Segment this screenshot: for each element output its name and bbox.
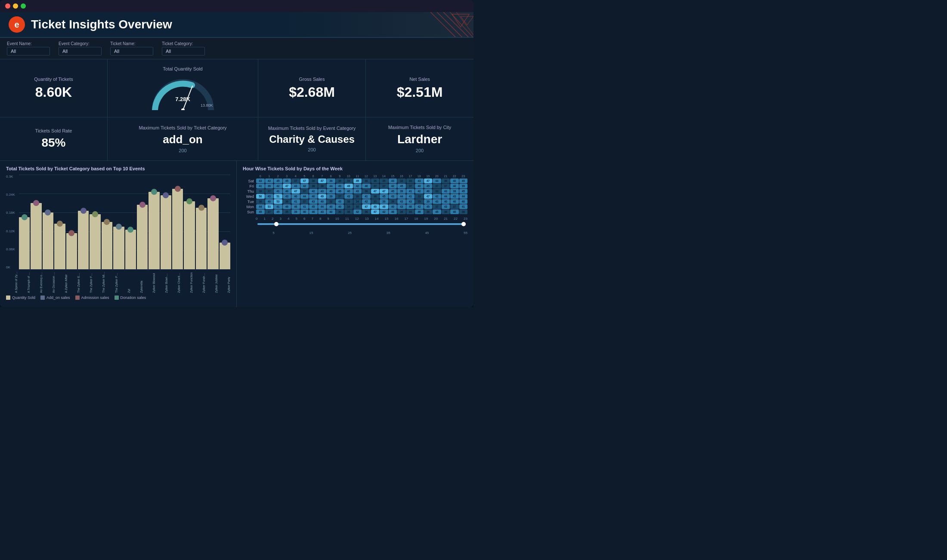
hour-label: 10	[335, 217, 339, 221]
heatmap-cell: 39	[327, 178, 335, 183]
max-event-cat-sub: 200	[308, 147, 316, 152]
heatmap-cell: 40	[424, 189, 433, 194]
heatmap-hour-header: 23	[459, 175, 468, 178]
heatmap-cell: 43	[389, 194, 397, 199]
bar-label: Zylker Party	[219, 271, 230, 293]
heatmap-cell: 37	[406, 184, 415, 188]
quantity-value: 8.60K	[35, 84, 72, 100]
net-sales-label: Net Sales	[409, 77, 430, 82]
heatmap-cell: 45	[397, 184, 406, 188]
bar-group	[137, 175, 148, 269]
heatmap-cell: 36	[371, 178, 380, 183]
heatmap-cell: 47	[371, 189, 380, 194]
bar-group	[102, 175, 112, 269]
heatmap-cell: 47	[362, 204, 371, 209]
bar-group	[66, 175, 77, 269]
maximize-button[interactable]	[21, 3, 26, 9]
heatmap-panel: Hour Wise Tickets Sold by Days of the We…	[237, 161, 474, 307]
event-category-select[interactable]: All	[59, 47, 102, 55]
ticket-name-select[interactable]: All	[110, 47, 153, 55]
heatmap-cell: 38	[353, 194, 362, 199]
heatmap-cell: 37	[433, 204, 441, 209]
hour-label: 12	[355, 217, 359, 221]
heatmap-cell: 43	[397, 204, 406, 209]
heatmap-day-label: Mon	[243, 204, 256, 209]
bar-group	[184, 175, 195, 269]
heatmap-cell: 43	[344, 194, 353, 199]
heatmap-cell: 43	[291, 184, 300, 188]
heatmap-cell: 42	[309, 189, 318, 194]
heatmap-cell: 40	[344, 189, 353, 194]
heatmap-hour-header: 12	[362, 175, 371, 178]
heatmap-hour-header: 3	[283, 175, 291, 178]
hour-label: 2	[272, 217, 273, 221]
ticket-category-select[interactable]: All	[162, 47, 205, 55]
net-sales-value: $2.51M	[397, 84, 443, 100]
heatmap-cell: 41	[274, 204, 282, 209]
heatmap-cell: 43	[415, 178, 424, 183]
heatmap-cell: 45	[459, 189, 468, 194]
page-title: Ticket Insights Overview	[31, 18, 172, 31]
close-button[interactable]	[5, 3, 10, 9]
heatmap-cell: 53	[274, 199, 282, 204]
bar-label: Zykerella	[131, 271, 143, 293]
hour-label: 1	[263, 217, 265, 221]
minimize-button[interactable]	[13, 3, 18, 9]
slider-container[interactable]	[257, 223, 466, 230]
heatmap-cell: 44	[256, 204, 265, 209]
bar-group	[207, 175, 218, 269]
ticket-name-label: Ticket Name:	[110, 41, 153, 46]
heatmap-cell: 42	[389, 184, 397, 188]
gauge-center-value: 7.28K	[175, 96, 190, 102]
legend-label: Add_on sales	[46, 295, 70, 300]
heatmap-cell: 38	[309, 184, 318, 188]
bar-label: A Zylker Affair	[56, 271, 68, 293]
heatmap-cell: 43	[406, 199, 415, 204]
heatmap-cell: 37	[291, 178, 300, 183]
heatmap-cell: 33	[371, 199, 380, 204]
heatmap-row: Fri4139424743423838444349424637374245374…	[243, 184, 467, 188]
heatmap-cell: 44	[327, 184, 335, 188]
header-decoration	[344, 12, 474, 38]
event-name-select[interactable]: All	[7, 47, 50, 55]
ticket-name-filter: Ticket Name: All	[110, 41, 153, 55]
heatmap-cell: 46	[362, 184, 371, 188]
bar-rect	[43, 212, 53, 269]
max-event-cat-value: Charity & Causes	[269, 133, 355, 145]
heatmap-cell: 41	[459, 204, 468, 209]
bar-dot	[198, 205, 204, 211]
heatmap-hour-header: 5	[300, 175, 309, 178]
heatmap-cell: 40	[459, 199, 468, 204]
bar-chart-legend: Quantity SoldAdd_on salesAdmission sales…	[6, 295, 230, 300]
kpi-row-1: Quantity of Tickets 8.60K Total Quantity…	[0, 59, 474, 117]
heatmap-cell: 45	[424, 204, 433, 209]
heatmap-hour-header: 16	[397, 175, 406, 178]
bar-group	[220, 175, 230, 269]
bar-group	[90, 175, 100, 269]
heatmap-cell: 42	[362, 199, 371, 204]
heatmap-hour-header: 14	[380, 175, 388, 178]
heatmap-cell: 38	[318, 184, 327, 188]
slider-labels: 51525354555	[256, 231, 467, 235]
heatmap-cell: 36	[283, 199, 291, 204]
hour-label: 15	[385, 217, 389, 221]
heatmap-cell: 37	[300, 199, 309, 204]
legend-item: Admission sales	[75, 295, 109, 300]
heatmap-cell: 39	[291, 209, 300, 214]
quantity-label: Quantity of Tickets	[34, 77, 73, 82]
bar-group	[43, 175, 53, 269]
max-ticket-cat-card: Maximum Tickets Sold by Ticket Category …	[108, 117, 258, 160]
heatmap-cell: 38	[442, 178, 450, 183]
gross-sales-label: Gross Sales	[299, 77, 325, 82]
bar-group	[125, 175, 136, 269]
ticket-category-label: Ticket Category:	[162, 41, 205, 46]
heatmap-cell: 43	[265, 178, 274, 183]
heatmap-row: Tue3640533641374340324336344233393843433…	[243, 199, 467, 204]
heatmap-cell: 39	[327, 194, 335, 199]
heatmap-cell: 32	[397, 178, 406, 183]
heatmap-cell: 43	[336, 184, 344, 188]
heatmap-cell: 34	[406, 178, 415, 183]
heatmap-hour-header: 1	[265, 175, 274, 178]
heatmap-cell: 36	[344, 209, 353, 214]
heatmap-cell: 38	[371, 194, 380, 199]
